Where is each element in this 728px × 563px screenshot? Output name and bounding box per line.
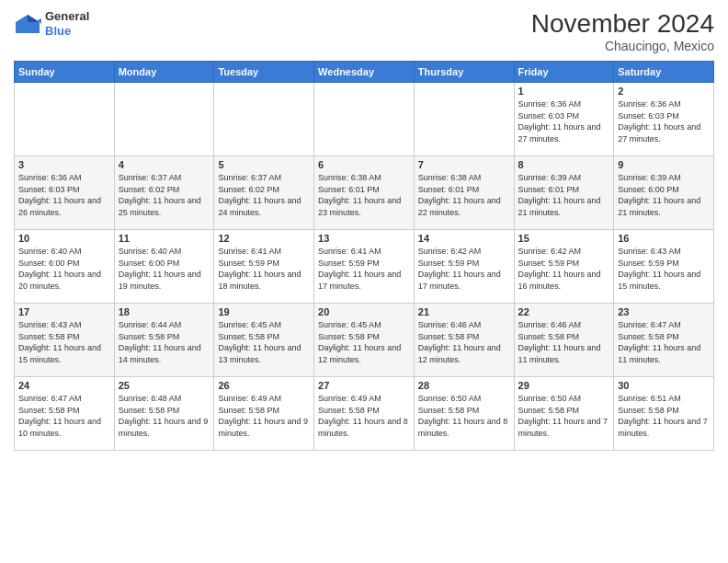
cell-info: Sunrise: 6:40 AM Sunset: 6:00 PM Dayligh… bbox=[18, 246, 110, 292]
calendar-cell: 24Sunrise: 6:47 AM Sunset: 5:58 PM Dayli… bbox=[15, 377, 115, 451]
calendar-body: 1Sunrise: 6:36 AM Sunset: 6:03 PM Daylig… bbox=[15, 83, 714, 451]
calendar-cell: 1Sunrise: 6:36 AM Sunset: 6:03 PM Daylig… bbox=[514, 83, 614, 156]
svg-marker-1 bbox=[28, 15, 40, 22]
day-number: 2 bbox=[618, 86, 710, 97]
calendar-cell: 4Sunrise: 6:37 AM Sunset: 6:02 PM Daylig… bbox=[114, 156, 214, 230]
day-number: 15 bbox=[518, 233, 610, 244]
calendar-cell bbox=[414, 83, 514, 156]
calendar-cell: 19Sunrise: 6:45 AM Sunset: 5:58 PM Dayli… bbox=[214, 304, 314, 377]
day-number: 13 bbox=[318, 233, 410, 244]
calendar-cell: 10Sunrise: 6:40 AM Sunset: 6:00 PM Dayli… bbox=[15, 230, 115, 304]
cell-info: Sunrise: 6:45 AM Sunset: 5:58 PM Dayligh… bbox=[218, 319, 310, 365]
day-number: 14 bbox=[418, 233, 510, 244]
day-number: 16 bbox=[618, 233, 710, 244]
calendar-cell: 15Sunrise: 6:42 AM Sunset: 5:59 PM Dayli… bbox=[514, 230, 614, 304]
cell-info: Sunrise: 6:44 AM Sunset: 5:58 PM Dayligh… bbox=[119, 319, 210, 365]
calendar-cell: 2Sunrise: 6:36 AM Sunset: 6:03 PM Daylig… bbox=[614, 83, 714, 156]
cell-info: Sunrise: 6:49 AM Sunset: 5:58 PM Dayligh… bbox=[318, 393, 410, 439]
calendar-cell: 8Sunrise: 6:39 AM Sunset: 6:01 PM Daylig… bbox=[514, 156, 614, 230]
cell-info: Sunrise: 6:50 AM Sunset: 5:58 PM Dayligh… bbox=[418, 393, 510, 439]
cell-info: Sunrise: 6:38 AM Sunset: 6:01 PM Dayligh… bbox=[418, 172, 510, 218]
cell-info: Sunrise: 6:51 AM Sunset: 5:58 PM Dayligh… bbox=[618, 393, 710, 439]
header: General Blue November 2024 Chaucingo, Me… bbox=[14, 9, 714, 53]
day-number: 8 bbox=[518, 159, 610, 170]
logo-blue: Blue bbox=[45, 24, 89, 39]
calendar-cell: 16Sunrise: 6:43 AM Sunset: 5:59 PM Dayli… bbox=[614, 230, 714, 304]
cell-info: Sunrise: 6:43 AM Sunset: 5:59 PM Dayligh… bbox=[618, 246, 710, 292]
svg-rect-2 bbox=[16, 22, 40, 33]
calendar-cell: 26Sunrise: 6:49 AM Sunset: 5:58 PM Dayli… bbox=[214, 377, 314, 451]
month-title: November 2024 bbox=[531, 9, 714, 39]
cell-info: Sunrise: 6:47 AM Sunset: 5:58 PM Dayligh… bbox=[618, 319, 710, 365]
calendar-week-1: 1Sunrise: 6:36 AM Sunset: 6:03 PM Daylig… bbox=[15, 83, 714, 156]
calendar-cell: 25Sunrise: 6:48 AM Sunset: 5:58 PM Dayli… bbox=[114, 377, 214, 451]
calendar-header-row: Sunday Monday Tuesday Wednesday Thursday… bbox=[15, 62, 714, 83]
day-number: 6 bbox=[318, 159, 410, 170]
cell-info: Sunrise: 6:38 AM Sunset: 6:01 PM Dayligh… bbox=[318, 172, 410, 218]
calendar-cell: 6Sunrise: 6:38 AM Sunset: 6:01 PM Daylig… bbox=[314, 156, 415, 230]
calendar-cell: 18Sunrise: 6:44 AM Sunset: 5:58 PM Dayli… bbox=[114, 304, 214, 377]
cell-info: Sunrise: 6:36 AM Sunset: 6:03 PM Dayligh… bbox=[518, 98, 610, 144]
calendar-cell: 13Sunrise: 6:41 AM Sunset: 5:59 PM Dayli… bbox=[314, 230, 415, 304]
calendar-cell: 23Sunrise: 6:47 AM Sunset: 5:58 PM Dayli… bbox=[614, 304, 714, 377]
day-number: 21 bbox=[418, 306, 510, 317]
cell-info: Sunrise: 6:46 AM Sunset: 5:58 PM Dayligh… bbox=[418, 319, 510, 365]
calendar-cell bbox=[214, 83, 314, 156]
calendar-cell: 17Sunrise: 6:43 AM Sunset: 5:58 PM Dayli… bbox=[15, 304, 115, 377]
calendar-cell: 11Sunrise: 6:40 AM Sunset: 6:00 PM Dayli… bbox=[114, 230, 214, 304]
calendar-cell: 14Sunrise: 6:42 AM Sunset: 5:59 PM Dayli… bbox=[414, 230, 514, 304]
calendar-week-4: 17Sunrise: 6:43 AM Sunset: 5:58 PM Dayli… bbox=[15, 304, 714, 377]
day-number: 18 bbox=[119, 306, 210, 317]
logo-general: General bbox=[45, 9, 89, 24]
calendar-cell: 7Sunrise: 6:38 AM Sunset: 6:01 PM Daylig… bbox=[414, 156, 514, 230]
cell-info: Sunrise: 6:48 AM Sunset: 5:58 PM Dayligh… bbox=[119, 393, 210, 439]
calendar-cell: 20Sunrise: 6:45 AM Sunset: 5:58 PM Dayli… bbox=[314, 304, 415, 377]
day-number: 5 bbox=[218, 159, 310, 170]
cell-info: Sunrise: 6:39 AM Sunset: 6:00 PM Dayligh… bbox=[618, 172, 710, 218]
logo-icon bbox=[14, 13, 41, 35]
day-number: 28 bbox=[418, 380, 510, 391]
calendar-cell: 9Sunrise: 6:39 AM Sunset: 6:00 PM Daylig… bbox=[614, 156, 714, 230]
col-thursday: Thursday bbox=[414, 62, 514, 83]
cell-info: Sunrise: 6:42 AM Sunset: 5:59 PM Dayligh… bbox=[518, 246, 610, 292]
calendar-cell: 22Sunrise: 6:46 AM Sunset: 5:58 PM Dayli… bbox=[514, 304, 614, 377]
day-number: 3 bbox=[18, 159, 110, 170]
cell-info: Sunrise: 6:50 AM Sunset: 5:58 PM Dayligh… bbox=[518, 393, 610, 439]
logo-text: General Blue bbox=[45, 9, 89, 38]
calendar-cell: 21Sunrise: 6:46 AM Sunset: 5:58 PM Dayli… bbox=[414, 304, 514, 377]
cell-info: Sunrise: 6:37 AM Sunset: 6:02 PM Dayligh… bbox=[218, 172, 310, 218]
day-number: 29 bbox=[518, 380, 610, 391]
cell-info: Sunrise: 6:40 AM Sunset: 6:00 PM Dayligh… bbox=[119, 246, 210, 292]
calendar-cell: 27Sunrise: 6:49 AM Sunset: 5:58 PM Dayli… bbox=[314, 377, 415, 451]
page-container: General Blue November 2024 Chaucingo, Me… bbox=[0, 0, 728, 460]
cell-info: Sunrise: 6:43 AM Sunset: 5:58 PM Dayligh… bbox=[18, 319, 110, 365]
calendar-cell: 28Sunrise: 6:50 AM Sunset: 5:58 PM Dayli… bbox=[414, 377, 514, 451]
col-wednesday: Wednesday bbox=[314, 62, 415, 83]
day-number: 27 bbox=[318, 380, 410, 391]
col-saturday: Saturday bbox=[614, 62, 714, 83]
calendar-cell bbox=[314, 83, 415, 156]
day-number: 23 bbox=[618, 306, 710, 317]
day-number: 4 bbox=[119, 159, 210, 170]
day-number: 26 bbox=[218, 380, 310, 391]
calendar-cell: 29Sunrise: 6:50 AM Sunset: 5:58 PM Dayli… bbox=[514, 377, 614, 451]
calendar-week-2: 3Sunrise: 6:36 AM Sunset: 6:03 PM Daylig… bbox=[15, 156, 714, 230]
cell-info: Sunrise: 6:41 AM Sunset: 5:59 PM Dayligh… bbox=[318, 246, 410, 292]
day-number: 10 bbox=[18, 233, 110, 244]
cell-info: Sunrise: 6:42 AM Sunset: 5:59 PM Dayligh… bbox=[418, 246, 510, 292]
cell-info: Sunrise: 6:41 AM Sunset: 5:59 PM Dayligh… bbox=[218, 246, 310, 292]
cell-info: Sunrise: 6:45 AM Sunset: 5:58 PM Dayligh… bbox=[318, 319, 410, 365]
location-subtitle: Chaucingo, Mexico bbox=[531, 39, 714, 53]
logo: General Blue bbox=[14, 9, 89, 38]
cell-info: Sunrise: 6:37 AM Sunset: 6:02 PM Dayligh… bbox=[119, 172, 210, 218]
calendar-cell: 30Sunrise: 6:51 AM Sunset: 5:58 PM Dayli… bbox=[614, 377, 714, 451]
cell-info: Sunrise: 6:39 AM Sunset: 6:01 PM Dayligh… bbox=[518, 172, 610, 218]
day-number: 17 bbox=[18, 306, 110, 317]
day-number: 12 bbox=[218, 233, 310, 244]
day-number: 24 bbox=[18, 380, 110, 391]
calendar-table: Sunday Monday Tuesday Wednesday Thursday… bbox=[14, 61, 714, 451]
day-number: 11 bbox=[119, 233, 210, 244]
calendar-cell bbox=[15, 83, 115, 156]
col-friday: Friday bbox=[514, 62, 614, 83]
day-number: 30 bbox=[618, 380, 710, 391]
